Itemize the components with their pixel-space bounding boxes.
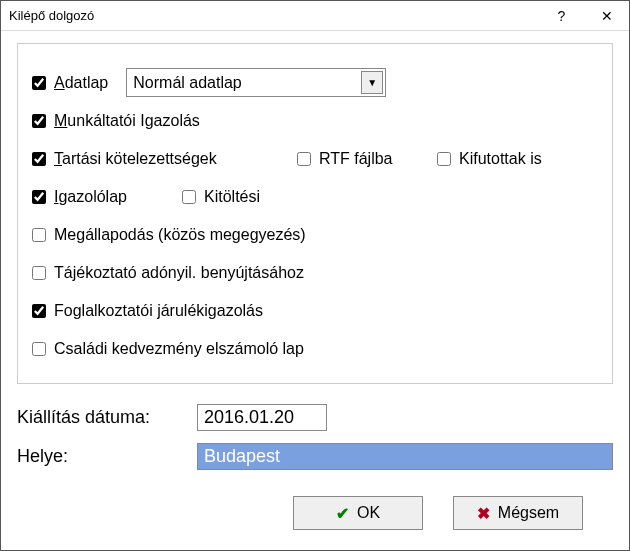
close-button[interactable]: ✕ xyxy=(584,1,629,30)
help-button[interactable]: ? xyxy=(539,1,584,30)
checkbox-tajekoztato[interactable]: Tájékoztató adónyil. benyújtásához xyxy=(32,264,304,282)
checkbox-label: Kifutottak is xyxy=(459,150,542,168)
checkbox-label: Foglalkoztatói járulékigazolás xyxy=(54,302,263,320)
adatlap-select-wrap: Normál adatlap ▼ xyxy=(126,68,386,97)
cancel-button-label: Mégsem xyxy=(498,504,559,522)
ok-button-label: OK xyxy=(357,504,380,522)
checkbox-label: Kitöltési xyxy=(204,188,260,206)
ok-button[interactable]: ✔ OK xyxy=(293,496,423,530)
place-input[interactable] xyxy=(197,443,613,470)
checkbox-kifutottak[interactable]: Kifutottak is xyxy=(437,150,542,168)
checkbox-rtf[interactable]: RTF fájlba xyxy=(297,150,437,168)
checkbox-kitoltesi[interactable]: Kitöltési xyxy=(182,188,260,206)
check-icon: ✔ xyxy=(336,504,349,523)
checkbox-label: Tájékoztató adónyil. benyújtásához xyxy=(54,264,304,282)
window-title: Kilépő dolgozó xyxy=(9,8,539,23)
options-group: Adatlap Normál adatlap ▼ Munkáltatói Iga… xyxy=(17,43,613,384)
close-icon: ✕ xyxy=(601,8,613,24)
titlebar: Kilépő dolgozó ? ✕ xyxy=(1,1,629,31)
checkbox-adatlap[interactable]: Adatlap xyxy=(32,74,108,92)
checkbox-label: Munkáltatói Igazolás xyxy=(54,112,200,130)
checkbox-munkaltatoi[interactable]: Munkáltatói Igazolás xyxy=(32,112,200,130)
checkbox-label: Igazolólap xyxy=(54,188,127,206)
checkbox-igazololap[interactable]: Igazolólap xyxy=(32,188,182,206)
checkbox-megallapodas[interactable]: Megállapodás (közös megegyezés) xyxy=(32,226,306,244)
place-label: Helye: xyxy=(17,446,197,467)
dialog-window: Kilépő dolgozó ? ✕ Adatlap Normál adatla… xyxy=(0,0,630,551)
adatlap-select[interactable]: Normál adatlap xyxy=(126,68,386,97)
date-input[interactable] xyxy=(197,404,327,431)
checkbox-label: Megállapodás (közös megegyezés) xyxy=(54,226,306,244)
checkbox-label: RTF fájlba xyxy=(319,150,393,168)
checkbox-tartasi[interactable]: Tartási kötelezettségek xyxy=(32,150,297,168)
checkbox-label: Tartási kötelezettségek xyxy=(54,150,217,168)
button-bar: ✔ OK ✖ Mégsem xyxy=(17,490,613,530)
content-area: Adatlap Normál adatlap ▼ Munkáltatói Iga… xyxy=(1,31,629,550)
checkbox-foglalkoztatoi[interactable]: Foglalkoztatói járulékigazolás xyxy=(32,302,263,320)
checkbox-label: Családi kedvezmény elszámoló lap xyxy=(54,340,304,358)
date-label: Kiállítás dátuma: xyxy=(17,407,197,428)
checkbox-csaladi[interactable]: Családi kedvezmény elszámoló lap xyxy=(32,340,304,358)
checkbox-label: Adatlap xyxy=(54,74,108,92)
cancel-button[interactable]: ✖ Mégsem xyxy=(453,496,583,530)
x-icon: ✖ xyxy=(477,504,490,523)
